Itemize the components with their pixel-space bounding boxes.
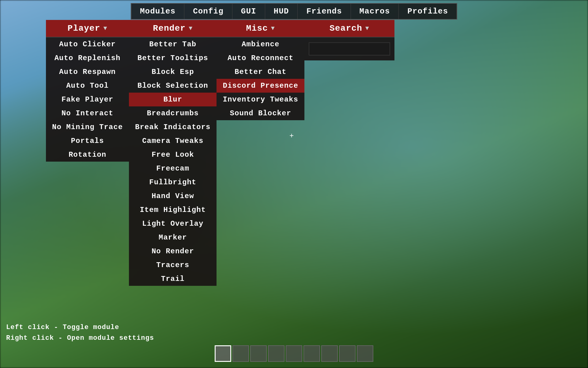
render-item-better-tab[interactable]: Better Tab [129, 37, 217, 51]
render-column-header[interactable]: Render ▼ [129, 20, 217, 37]
render-item-breadcrumbs[interactable]: Breadcrumbs [129, 106, 217, 120]
misc-item-sound-blocker[interactable]: Sound Blocker [217, 106, 304, 120]
nav-item-macros[interactable]: Macros [351, 4, 399, 19]
misc-column-title: Misc [246, 24, 268, 33]
render-item-light-overlay[interactable]: Light Overlay [129, 217, 217, 231]
misc-item-ambience[interactable]: Ambience [217, 37, 304, 51]
render-item-block-esp[interactable]: Block Esp [129, 65, 217, 79]
nav-item-modules[interactable]: Modules [131, 4, 184, 19]
render-item-item-highlight[interactable]: Item Highlight [129, 203, 217, 217]
player-column-title: Player [68, 24, 100, 33]
render-item-break-indicators[interactable]: Break Indicators [129, 120, 217, 134]
player-item-fake-player[interactable]: Fake Player [46, 93, 129, 106]
nav-item-profiles[interactable]: Profiles [399, 4, 457, 19]
hotbar-slot-5 [303, 345, 320, 362]
hint-left-click: Left click - Toggle module [6, 322, 154, 333]
render-item-camera-tweaks[interactable]: Camera Tweaks [129, 134, 217, 148]
hint-right-click: Right click - Open module settings [6, 333, 154, 343]
hotbar-slot-4 [286, 345, 302, 362]
player-item-no-interact[interactable]: No Interact [46, 106, 129, 120]
render-column-body: Better TabBetter TooltipsBlock EspBlock … [129, 37, 217, 286]
misc-dropdown-arrow: ▼ [271, 25, 275, 32]
misc-item-inventory-tweaks[interactable]: Inventory Tweaks [217, 93, 304, 106]
player-column: Player ▼ Auto ClickerAuto ReplenishAuto … [46, 20, 129, 286]
nav-item-config[interactable]: Config [184, 4, 232, 19]
player-item-auto-respawn[interactable]: Auto Respawn [46, 65, 129, 79]
hotbar-slot-7 [339, 345, 356, 362]
search-column-header[interactable]: Search ▼ [304, 20, 394, 37]
render-item-blur[interactable]: Blur [129, 93, 217, 106]
render-column: Render ▼ Better TabBetter TooltipsBlock … [129, 20, 217, 286]
player-item-rotation[interactable]: Rotation [46, 148, 129, 162]
player-dropdown-arrow: ▼ [103, 25, 107, 32]
player-item-portals[interactable]: Portals [46, 134, 129, 148]
misc-column: Misc ▼ AmbienceAuto ReconnectBetter Chat… [217, 20, 304, 286]
render-item-freecam[interactable]: Freecam [129, 162, 217, 175]
render-item-tracers[interactable]: Tracers [129, 258, 217, 272]
hotbar-slot-8 [357, 345, 373, 362]
hotbar-slot-1 [232, 345, 249, 362]
render-item-better-tooltips[interactable]: Better Tooltips [129, 51, 217, 65]
nav-item-hud[interactable]: HUD [265, 4, 298, 19]
render-item-fullbright[interactable]: Fullbright [129, 175, 217, 189]
render-dropdown-arrow: ▼ [189, 25, 193, 32]
render-item-free-look[interactable]: Free Look [129, 148, 217, 162]
player-item-auto-replenish[interactable]: Auto Replenish [46, 51, 129, 65]
search-input-container [304, 37, 394, 60]
misc-column-header[interactable]: Misc ▼ [217, 20, 304, 37]
render-item-no-render[interactable]: No Render [129, 244, 217, 258]
nav-item-gui[interactable]: GUI [232, 4, 265, 19]
misc-column-body: AmbienceAuto ReconnectBetter ChatDiscord… [217, 37, 304, 120]
misc-item-better-chat[interactable]: Better Chat [217, 65, 304, 79]
hotbar-slot-0 [215, 345, 231, 362]
player-item-auto-clicker[interactable]: Auto Clicker [46, 37, 129, 51]
bottom-hints: Left click - Toggle module Right click -… [6, 322, 154, 343]
render-item-hand-view[interactable]: Hand View [129, 189, 217, 203]
player-column-header[interactable]: Player ▼ [46, 20, 129, 37]
render-column-title: Render [153, 24, 186, 33]
misc-item-auto-reconnect[interactable]: Auto Reconnect [217, 51, 304, 65]
render-item-block-selection[interactable]: Block Selection [129, 79, 217, 93]
hotbar-slot-6 [321, 345, 338, 362]
render-item-marker[interactable]: Marker [129, 231, 217, 244]
top-navigation: ModulesConfigGUIHUDFriendsMacrosProfiles [131, 3, 457, 20]
hotbar-slot-3 [268, 345, 285, 362]
search-input[interactable] [309, 42, 390, 56]
render-item-trail[interactable]: Trail [129, 272, 217, 286]
nav-item-friends[interactable]: Friends [298, 4, 351, 19]
player-column-body: Auto ClickerAuto ReplenishAuto RespawnAu… [46, 37, 129, 162]
search-dropdown-arrow: ▼ [365, 25, 369, 32]
hotbar-slot-2 [250, 345, 267, 362]
player-item-auto-tool[interactable]: Auto Tool [46, 79, 129, 93]
search-column: Search ▼ [304, 20, 394, 286]
misc-item-discord-presence[interactable]: Discord Presence [217, 79, 304, 93]
player-item-no-mining-trace[interactable]: No Mining Trace [46, 120, 129, 134]
menu-container: Player ▼ Auto ClickerAuto ReplenishAuto … [46, 20, 394, 286]
search-column-title: Search [330, 24, 362, 33]
hotbar [215, 345, 373, 362]
